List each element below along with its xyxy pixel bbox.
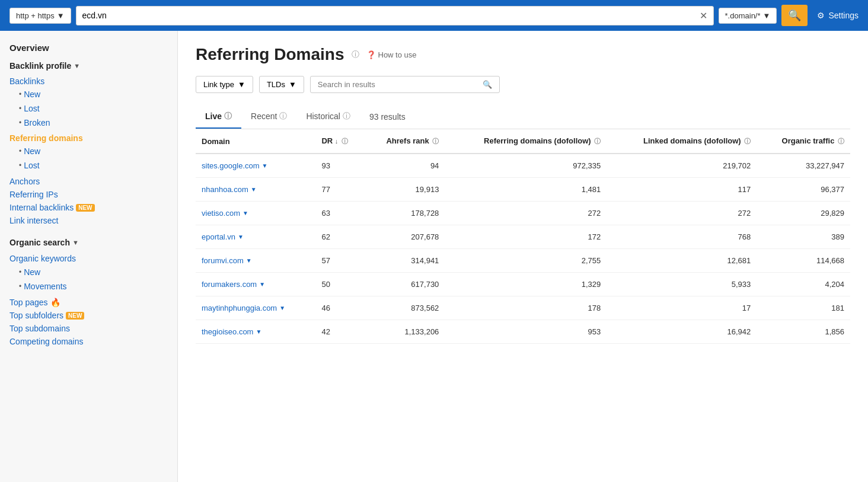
cell-domain-0: sites.google.com ▼	[196, 154, 315, 178]
referring-domains-info-icon[interactable]: ⓘ	[594, 138, 601, 145]
sidebar-referring-domains-sublist: • New • Lost	[19, 144, 168, 173]
cell-ahrefs-rank-5: 617,730	[364, 273, 445, 296]
sidebar-item-competing-domains[interactable]: Competing domains	[9, 335, 168, 348]
sidebar-item-anchors[interactable]: Anchors	[9, 175, 168, 188]
cell-referring-domains-0: 972,335	[445, 154, 607, 178]
table-row: thegioiseo.com ▼ 42 1,133,206 953 16,942…	[196, 320, 850, 344]
bullet-icon: •	[19, 282, 21, 291]
col-dr: DR ↓ ⓘ	[315, 129, 363, 154]
domain-link-5[interactable]: forumakers.com ▼	[202, 280, 309, 289]
domain-dropdown-arrow[interactable]: ▼	[238, 234, 244, 240]
url-clear-icon[interactable]: ✕	[700, 10, 707, 21]
sidebar-link-referring-lost[interactable]: Lost	[24, 159, 39, 171]
link-type-filter[interactable]: Link type ▼	[196, 76, 253, 93]
tab-recent[interactable]: Recent ⓘ	[241, 105, 296, 129]
domain-dropdown-arrow[interactable]: ▼	[246, 257, 252, 264]
sidebar-item-top-subdomains[interactable]: Top subdomains	[9, 322, 168, 335]
cell-dr-7: 42	[315, 320, 363, 344]
sidebar-item-link-intersect[interactable]: Link intersect	[9, 214, 168, 227]
cell-dr-4: 57	[315, 249, 363, 273]
organic-traffic-info-icon[interactable]: ⓘ	[838, 138, 844, 145]
cell-referring-domains-5: 1,329	[445, 273, 607, 296]
search-input[interactable]	[318, 80, 479, 89]
cell-dr-1: 77	[315, 178, 363, 202]
filters-row: Link type ▼ TLDs ▼ 🔍	[196, 76, 850, 93]
domain-link-4[interactable]: forumvi.com ▼	[202, 256, 309, 265]
search-button[interactable]: 🔍	[781, 5, 808, 26]
title-info-icon[interactable]: ⓘ	[352, 49, 359, 60]
sidebar-item-internal-backlinks-row: Internal backlinks NEW	[9, 201, 168, 214]
sidebar-item-organic-keywords[interactable]: Organic keywords	[9, 252, 168, 265]
cell-dr-5: 50	[315, 273, 363, 296]
table-row: vietiso.com ▼ 63 178,728 272 272 29,829	[196, 202, 850, 225]
sidebar-link-referring-new[interactable]: New	[24, 145, 40, 157]
link-type-arrow: ▼	[238, 80, 245, 89]
settings-link[interactable]: ⚙ Settings	[817, 11, 859, 20]
tab-historical[interactable]: Historical ⓘ	[296, 105, 360, 129]
cell-domain-2: vietiso.com ▼	[196, 202, 315, 225]
sidebar-item-referring-new[interactable]: • New	[19, 144, 168, 158]
settings-label: Settings	[828, 11, 859, 20]
domain-link-2[interactable]: vietiso.com ▼	[202, 209, 309, 218]
domain-dropdown-arrow[interactable]: ▼	[256, 328, 261, 335]
sidebar-link-organic-new[interactable]: New	[24, 266, 40, 278]
domain-link-7[interactable]: thegioiseo.com ▼	[202, 327, 309, 336]
domain-dropdown-arrow[interactable]: ▼	[262, 162, 268, 169]
sidebar-item-backlinks-broken[interactable]: • Broken	[19, 116, 168, 130]
cell-dr-0: 93	[315, 154, 363, 178]
domain-link-0[interactable]: sites.google.com ▼	[202, 161, 309, 170]
domain-dropdown-arrow[interactable]: ▼	[251, 186, 257, 193]
search-icon: 🔍	[788, 9, 801, 22]
mode-arrow: ▼	[763, 11, 771, 20]
sidebar-item-internal-backlinks[interactable]: Internal backlinks	[9, 201, 74, 214]
domain-link-1[interactable]: nhanhoa.com ▼	[202, 185, 309, 194]
search-icon[interactable]: 🔍	[483, 80, 492, 89]
sidebar-link-backlinks-broken[interactable]: Broken	[24, 117, 50, 129]
tab-recent-info[interactable]: ⓘ	[279, 111, 287, 122]
sidebar-link-backlinks-lost[interactable]: Lost	[24, 103, 39, 114]
sidebar-overview[interactable]: Overview	[9, 43, 168, 53]
cell-domain-1: nhanhoa.com ▼	[196, 178, 315, 202]
sidebar-item-top-pages[interactable]: Top pages	[9, 296, 48, 309]
col-organic-traffic: Organic traffic ⓘ	[757, 129, 850, 154]
cell-domain-3: eportal.vn ▼	[196, 225, 315, 249]
sidebar-item-referring-domains[interactable]: Referring domains	[9, 132, 168, 144]
cell-referring-domains-7: 953	[445, 320, 607, 344]
ahrefs-rank-info-icon[interactable]: ⓘ	[432, 138, 439, 145]
domain-dropdown-arrow[interactable]: ▼	[242, 210, 248, 216]
sidebar-item-referring-ips[interactable]: Referring IPs	[9, 188, 168, 201]
domain-link-6[interactable]: maytinhphunggia.com ▼	[202, 304, 309, 312]
main-content: Referring Domains ⓘ ❓ How to use Link ty…	[178, 31, 868, 482]
sidebar-item-organic-movements[interactable]: • Movements	[19, 279, 168, 293]
linked-domains-info-icon[interactable]: ⓘ	[744, 138, 751, 145]
protocol-selector[interactable]: http + https ▼	[9, 8, 71, 24]
sidebar-item-backlinks-lost[interactable]: • Lost	[19, 101, 168, 116]
tlds-filter[interactable]: TLDs ▼	[259, 76, 304, 93]
sidebar-item-referring-lost[interactable]: • Lost	[19, 158, 168, 173]
question-icon: ❓	[366, 50, 376, 59]
how-to-use-link[interactable]: ❓ How to use	[366, 50, 417, 59]
domain-link-3[interactable]: eportal.vn ▼	[202, 232, 309, 241]
dr-sort-icon[interactable]: ↓	[335, 138, 339, 145]
sidebar-link-organic-movements[interactable]: Movements	[24, 280, 66, 292]
tab-live[interactable]: Live ⓘ	[196, 105, 241, 129]
sidebar-link-backlinks-new[interactable]: New	[24, 88, 40, 100]
sidebar-item-organic-new[interactable]: • New	[19, 265, 168, 279]
domain-dropdown-arrow[interactable]: ▼	[279, 305, 285, 311]
sidebar-item-backlinks-new[interactable]: • New	[19, 87, 168, 101]
tab-historical-info[interactable]: ⓘ	[343, 111, 350, 122]
topbar: http + https ▼ ✕ *.domain/* ▼ 🔍 ⚙ Settin…	[0, 0, 868, 31]
table-row: maytinhphunggia.com ▼ 46 873,562 178 17 …	[196, 296, 850, 320]
sidebar-item-backlinks[interactable]: Backlinks	[9, 75, 168, 87]
domain-dropdown-arrow[interactable]: ▼	[259, 281, 265, 288]
cell-referring-domains-2: 272	[445, 202, 607, 225]
tab-live-info[interactable]: ⓘ	[224, 111, 232, 122]
sidebar-item-top-subfolders[interactable]: Top subfolders	[9, 309, 63, 322]
internal-backlinks-badge: NEW	[76, 204, 94, 212]
dr-info-icon[interactable]: ⓘ	[342, 138, 348, 145]
cell-linked-domains-3: 768	[607, 225, 757, 249]
cell-dr-6: 46	[315, 296, 363, 320]
url-input[interactable]	[82, 11, 700, 20]
cell-linked-domains-1: 117	[607, 178, 757, 202]
mode-selector[interactable]: *.domain/* ▼	[719, 8, 777, 24]
